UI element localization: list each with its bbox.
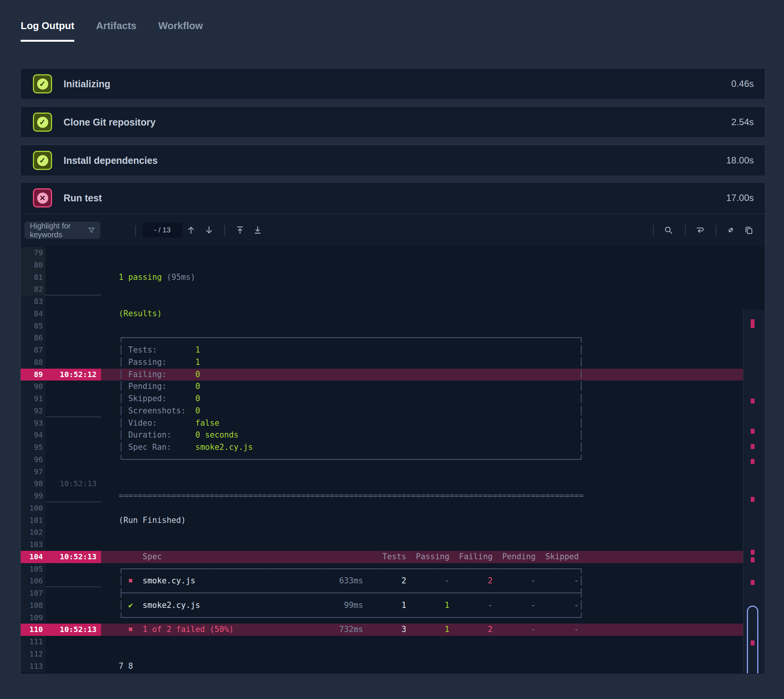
step-header-initializing[interactable]: ✓ Initializing 0.46s (21, 68, 765, 99)
line-number: 95 (21, 441, 46, 454)
line-number: 111 (21, 636, 46, 648)
log-line-103: 103 (21, 538, 765, 551)
line-number: 86 (21, 332, 46, 344)
line-timestamp (46, 563, 101, 575)
toolbar-divider (653, 225, 654, 236)
minimap-viewport-thumb[interactable] (747, 606, 758, 673)
log-line-86: 86┌─────────────────────────────────────… (21, 332, 765, 344)
tab-artifacts[interactable]: Artifacts (96, 20, 136, 42)
filter-icon (87, 226, 96, 235)
tab-workflow[interactable]: Workflow (159, 20, 203, 42)
step-duration: 0.46s (731, 78, 754, 89)
log-line-97: 97 (21, 466, 765, 478)
log-line-91: 91│ Skipped: 0 │ (21, 393, 765, 405)
log-line-104: 10410:52:13 Spec Tests Passing Failing P… (21, 551, 765, 563)
step-label: Install dependencies (63, 155, 158, 166)
step-header-clone-git-repository[interactable]: ✓ Clone Git repository 2.54s (21, 107, 765, 137)
step-header-install-dependencies[interactable]: ✓ Install dependencies 18.00s (21, 145, 765, 176)
line-number: 107 (21, 587, 46, 600)
highlight-keywords-placeholder: Highlight for keywords (30, 222, 87, 239)
step-label: Initializing (63, 78, 110, 89)
line-timestamp (46, 381, 101, 393)
minimap-match-marker (751, 459, 754, 464)
minimap-match-marker (751, 497, 754, 502)
line-timestamp: 10:52:13 (46, 624, 101, 636)
line-number: 80 (21, 259, 46, 272)
next-match-button[interactable] (202, 223, 216, 237)
line-timestamp (46, 454, 101, 466)
line-timestamp (46, 320, 101, 332)
log-line-82: 82 (21, 283, 765, 295)
line-number: 82 (21, 283, 46, 295)
line-timestamp (46, 247, 101, 259)
line-content (101, 648, 765, 660)
line-content: │ ✔ smoke2.cy.js 99ms 1 1 - - -│ (101, 600, 765, 612)
line-content: ┌───────────────────────────────────────… (101, 563, 765, 575)
log-line-88: 88│ Passing: 1 │ (21, 356, 765, 369)
line-content: ✖ 1 of 2 failed (50%) 732ms 3 1 2 - - (101, 624, 765, 636)
log-line-89: 8910:52:12│ Failing: 0 │ (21, 369, 765, 381)
log-line-85: 85 (21, 320, 765, 332)
line-content (101, 526, 765, 538)
search-log-button[interactable] (661, 223, 675, 237)
line-content (101, 320, 765, 332)
line-number: 102 (21, 526, 46, 538)
line-content: │ Video: false │ (101, 417, 765, 429)
line-timestamp (46, 515, 101, 527)
line-timestamp (46, 575, 101, 587)
line-content: ├───────────────────────────────────────… (101, 587, 765, 600)
log-line-110: 11010:52:13 ✖ 1 of 2 failed (50%) 732ms … (21, 624, 765, 636)
line-content: └───────────────────────────────────────… (101, 454, 765, 466)
copy-log-button[interactable] (742, 223, 756, 237)
log-line-96: 96└─────────────────────────────────────… (21, 454, 765, 466)
line-number: 87 (21, 344, 46, 356)
line-timestamp (46, 587, 101, 600)
log-line-107: 107├────────────────────────────────────… (21, 587, 765, 600)
log-line-98: 9810:52:13 (21, 478, 765, 490)
log-minimap-scrollbar[interactable] (743, 310, 765, 673)
line-number: 100 (21, 502, 46, 515)
previous-match-button[interactable] (184, 223, 198, 237)
step-header-run-test[interactable]: ✕ Run test 17.00s (21, 182, 765, 213)
line-number: 85 (21, 320, 46, 332)
log-viewport[interactable]: 7980811 passing (95ms)828384(Results)858… (21, 246, 765, 673)
line-number: 96 (21, 454, 46, 466)
scroll-to-top-button[interactable] (233, 223, 247, 237)
log-toolbar: Highlight for keywords - / 13 (21, 214, 765, 247)
line-timestamp (46, 429, 101, 441)
minimap-match-marker (751, 580, 754, 585)
line-content: │ Passing: 1 │ (101, 356, 765, 369)
status-passed-icon: ✓ (33, 113, 52, 132)
status-passed-icon: ✓ (33, 151, 52, 170)
line-content (101, 295, 765, 308)
highlight-keywords-input[interactable]: Highlight for keywords (25, 222, 100, 239)
match-counter: - / 13 (143, 223, 182, 237)
line-content: └───────────────────────────────────────… (101, 612, 765, 624)
line-timestamp (46, 538, 101, 551)
line-number: 106 (21, 575, 46, 587)
log-line-101: 101(Run Finished) (21, 515, 765, 527)
line-content (101, 259, 765, 272)
arrow-up-icon (186, 225, 196, 235)
jump-to-bottom-icon (253, 225, 263, 235)
minimap-match-marker (751, 557, 754, 562)
line-content: ┌───────────────────────────────────────… (101, 332, 765, 344)
step-label: Clone Git repository (63, 117, 156, 128)
line-content (101, 283, 765, 295)
scroll-to-bottom-button[interactable] (251, 223, 265, 237)
line-number: 81 (21, 272, 46, 284)
tab-log-output[interactable]: Log Output (21, 20, 74, 42)
log-line-83: 83 (21, 295, 765, 308)
line-content: 7 8 (101, 660, 765, 672)
log-line-84: 84(Results) (21, 308, 765, 320)
line-timestamp (46, 502, 101, 515)
expand-log-button[interactable] (724, 223, 738, 237)
line-content: │ Screenshots: 0 │ (101, 405, 765, 417)
line-timestamp (46, 295, 101, 308)
log-line-108: 108│ ✔ smoke2.cy.js 99ms 1 1 - - -│ (21, 600, 765, 612)
step-duration: 18.00s (726, 155, 754, 166)
tab-bar: Log Output Artifacts Workflow (21, 20, 203, 42)
line-content (101, 247, 765, 259)
wrap-lines-button[interactable] (693, 223, 707, 237)
line-timestamp (46, 332, 101, 344)
